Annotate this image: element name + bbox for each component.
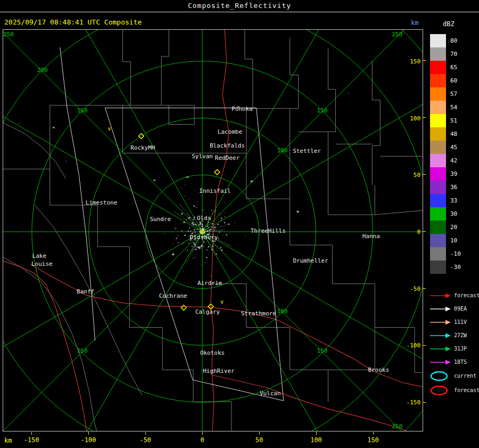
city-label: Sylvan [192, 153, 213, 160]
dbz-scale-row: 48 [430, 127, 478, 141]
dbz-value: 39 [450, 170, 457, 177]
track-arrow-icon [429, 332, 451, 339]
arrow-head [445, 306, 451, 311]
radar-echo [211, 226, 212, 227]
right-axis-label: -100 [407, 342, 420, 349]
legend-item: 18TS [429, 355, 478, 369]
radar-echo [187, 250, 188, 251]
right-axis-label: 0 [417, 229, 420, 235]
radar-echo [192, 258, 193, 259]
radar-echo [228, 223, 229, 225]
legend-item: 09EA [429, 302, 478, 315]
city-label: Drumheller [293, 257, 328, 264]
dbz-scale-row: 39 [430, 167, 478, 181]
dbz-value: -30 [450, 264, 461, 271]
radar-echo [214, 230, 215, 231]
radar-echo [201, 226, 202, 227]
radar-echo [224, 222, 226, 224]
dbz-value: 20 [450, 224, 457, 231]
dbz-swatch [430, 221, 446, 234]
dbz-value: 33 [450, 197, 457, 204]
storm-ellipse-icon [429, 370, 451, 382]
radar-echo [202, 231, 203, 232]
point-marker: * [250, 180, 253, 185]
radar-echo [210, 229, 212, 230]
city-label: Lacombe [218, 128, 242, 135]
radar-site-marker [214, 169, 220, 175]
dbz-swatch [430, 101, 446, 114]
range-label: 100 [277, 308, 288, 315]
radar-echo [178, 242, 179, 243]
radar-echo [201, 265, 202, 266]
radar-echo [201, 245, 203, 246]
dbz-value: 10 [450, 237, 457, 244]
dbz-value: 51 [450, 117, 457, 124]
city-label: HighRiver [203, 368, 235, 374]
legend-item: current [429, 369, 478, 383]
dbz-swatch [430, 194, 446, 207]
dbz-swatch [430, 154, 446, 167]
radar-echo [192, 222, 193, 224]
city-label: Stettler [293, 148, 321, 154]
city-label: ThreeHills [251, 227, 286, 234]
city-label: Sundre [150, 216, 171, 223]
right-axis-tick [423, 174, 426, 175]
dbz-swatch [430, 247, 446, 260]
city-label: RedDeer [215, 154, 240, 161]
bottom-axis-label: 50 [255, 436, 263, 444]
point-marker: v [220, 299, 224, 305]
legend-item: forecast [429, 289, 478, 302]
legend-item-label: 111V [454, 319, 467, 325]
city-label: RockyMH [130, 144, 155, 151]
radar-echo [193, 242, 195, 244]
city-label: Innisfail [199, 188, 230, 194]
range-label: 150 [77, 107, 88, 114]
radar-echo [200, 227, 201, 228]
radar-map[interactable]: 250200150250150100150100150250vv^^^^*+++… [3, 29, 423, 431]
radar-echo [215, 212, 216, 213]
radar-echo [205, 262, 206, 263]
dbz-swatch [430, 47, 446, 61]
radar-echo [222, 259, 224, 260]
radar-echo [205, 231, 207, 232]
range-label: 150 [317, 347, 328, 354]
radar-echo [187, 231, 188, 232]
dbz-scale-row: 60 [430, 74, 478, 87]
legend-item: forecast [429, 383, 478, 397]
radar-echo [228, 245, 229, 246]
range-label: 150 [317, 107, 328, 114]
radar-echo-streak [212, 224, 228, 229]
dbz-value: 54 [450, 104, 457, 111]
track-arrow-icon [429, 319, 451, 325]
city-label: Blackfalds [210, 142, 245, 149]
city-label: Hanna [362, 233, 380, 240]
city-label: Okotoks [200, 349, 225, 356]
bottom-axis-tick [373, 432, 374, 435]
radar-echo [217, 248, 218, 249]
dbz-value: 70 [450, 51, 457, 58]
right-axis-label: 150 [410, 58, 420, 65]
radar-echo [200, 223, 201, 225]
track-arrow-icon [429, 306, 451, 312]
arrow-head [445, 360, 451, 364]
dbz-swatch [430, 127, 446, 141]
radar-echo [208, 227, 209, 228]
dbz-color-scale: 80706560575451484542393633302010-10-30 [430, 34, 478, 274]
radar-echo [224, 234, 225, 235]
radar-echo [192, 246, 193, 247]
county-boundary [328, 177, 375, 215]
radar-echo [178, 193, 179, 194]
radar-echo [183, 271, 184, 272]
radar-echo [199, 224, 200, 226]
point-marker: . [18, 119, 21, 125]
right-axis-label: 50 [414, 172, 420, 178]
coverage-outline [105, 108, 284, 401]
dbz-value: 45 [450, 144, 457, 151]
radar-echo [234, 222, 235, 223]
radar-echo [195, 249, 196, 250]
range-label: 100 [277, 147, 288, 154]
radar-echo [210, 275, 211, 276]
radar-echo [212, 223, 213, 225]
right-axis-tick [423, 402, 426, 403]
dbz-value: 36 [450, 184, 457, 191]
